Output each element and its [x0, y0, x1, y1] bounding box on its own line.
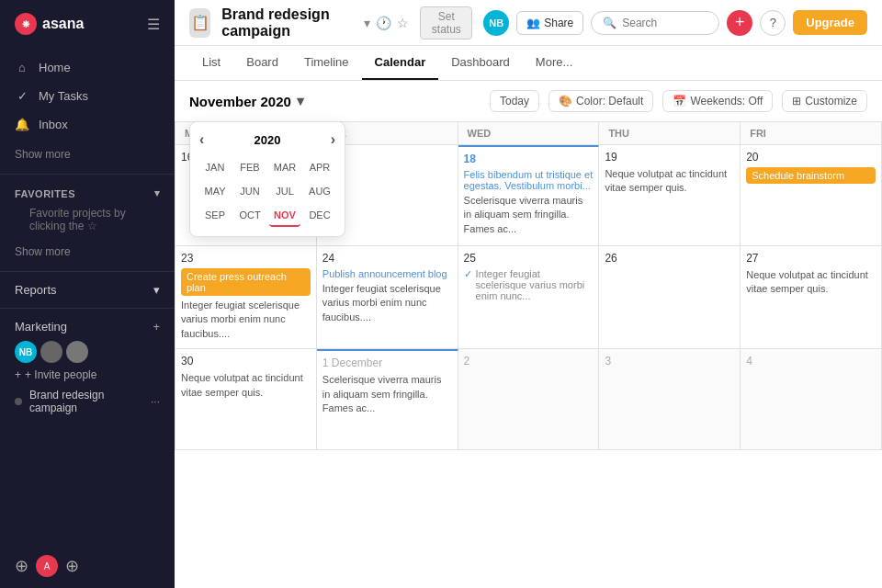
cal-cell-dec1[interactable]: 1 December Scelerisque viverra mauris in…: [317, 349, 458, 450]
cal-cell-20[interactable]: 20 Schedule brainstorm: [741, 145, 882, 246]
month-nov[interactable]: NOV: [269, 205, 300, 227]
set-status-button[interactable]: Set status: [420, 6, 472, 40]
show-more-favorites[interactable]: Show more: [0, 242, 175, 267]
cal-event-20-1[interactable]: Schedule brainstorm: [746, 167, 876, 184]
month-sep[interactable]: SEP: [199, 205, 231, 227]
reports-label: Reports: [15, 283, 57, 297]
sidebar-item-home[interactable]: ⌂ Home: [0, 53, 175, 82]
month-dec[interactable]: DEC: [304, 205, 335, 227]
avatar-bottom[interactable]: A: [36, 555, 58, 577]
cal-cell-30[interactable]: 30 Neque volutpat ac tincidunt vitae sem…: [175, 349, 317, 450]
cal-cell-dec3[interactable]: 3: [599, 349, 741, 450]
asana-logo-text: asana: [42, 16, 84, 32]
topbar-right: NB 👥 Share 🔍 + ? Upgrade: [483, 10, 867, 36]
prev-year-icon[interactable]: ‹: [199, 131, 204, 148]
tab-timeline[interactable]: Timeline: [291, 46, 362, 80]
month-apr[interactable]: APR: [304, 157, 335, 177]
tab-calendar[interactable]: Calendar: [362, 46, 439, 80]
reports-section[interactable]: Reports ▾: [0, 276, 175, 304]
month-aug[interactable]: AUG: [304, 181, 335, 201]
cal-cell-dec4[interactable]: 4: [741, 349, 882, 450]
cal-cell-25[interactable]: 25 ✓ Integer feugiat scelerisque varius …: [458, 246, 600, 349]
cal-date-30: 30: [181, 355, 311, 368]
home-icon: ⌂: [15, 61, 29, 74]
share-button[interactable]: 👥 Share: [516, 11, 583, 35]
cal-text-19-1: Neque volutpat ac tincidunt vitae semper…: [605, 167, 734, 196]
tab-more[interactable]: More...: [523, 46, 585, 80]
today-button[interactable]: Today: [490, 90, 539, 112]
month-feb[interactable]: FEB: [234, 157, 266, 177]
month-jun[interactable]: JUN: [234, 181, 266, 201]
cal-cell-26[interactable]: 26: [599, 246, 741, 349]
cal-date-23: 23: [181, 252, 311, 265]
weekends-button[interactable]: 📅 Weekends: Off: [662, 90, 773, 112]
add-marketing-icon[interactable]: +: [153, 320, 160, 334]
sidebar-item-inbox[interactable]: 🔔 Inbox: [0, 110, 175, 139]
main-content: 📋 Brand redesign campaign ▾ 🕐 ☆ Set stat…: [175, 0, 882, 588]
month-mar[interactable]: MAR: [269, 157, 300, 177]
asana-logo[interactable]: ❋ asana: [15, 13, 84, 35]
month-picker-header: ‹ 2020 ›: [199, 131, 335, 148]
user-avatar: NB: [483, 10, 509, 36]
invite-people-button[interactable]: + + Invite people: [15, 368, 160, 381]
help-button[interactable]: ?: [760, 10, 786, 36]
month-label: November 2020: [189, 94, 291, 109]
tab-dashboard[interactable]: Dashboard: [438, 46, 523, 80]
check-icon: ✓: [15, 89, 29, 103]
customize-button[interactable]: ⊞ Customize: [782, 90, 867, 112]
star-icon[interactable]: ☆: [397, 16, 409, 30]
customize-label: Customize: [805, 95, 857, 107]
cal-cell-18[interactable]: 18 Felis bibendum ut tristique et egesta…: [458, 145, 600, 246]
month-selector[interactable]: November 2020 ▾: [189, 93, 304, 109]
sidebar-bottom: ⊕ A ⊕: [0, 544, 175, 588]
cal-event-23-1[interactable]: Create press outreach plan: [181, 268, 311, 296]
cal-cell-24[interactable]: 24 Publish announcement blog Integer feu…: [317, 246, 458, 349]
sidebar-item-my-tasks-label: My Tasks: [39, 89, 88, 103]
day-header-wed: Wed: [458, 122, 600, 145]
project-more-icon[interactable]: ···: [151, 395, 160, 408]
add-button[interactable]: +: [727, 10, 752, 36]
month-oct[interactable]: OCT: [234, 205, 266, 227]
project-icon: 📋: [189, 8, 210, 38]
add-bottom-icon[interactable]: ⊕: [15, 556, 28, 576]
project-item-brand[interactable]: Brand redesign campaign ···: [15, 385, 160, 418]
day-header-thu: Thu: [599, 122, 741, 145]
search-box[interactable]: 🔍: [591, 11, 719, 35]
cal-date-26: 26: [605, 252, 734, 265]
color-button[interactable]: 🎨 Color: Default: [548, 90, 653, 112]
topbar: 📋 Brand redesign campaign ▾ 🕐 ☆ Set stat…: [175, 0, 882, 46]
clock-icon[interactable]: 🕐: [376, 16, 391, 30]
sidebar-item-home-label: Home: [39, 61, 71, 74]
month-jan[interactable]: JAN: [199, 157, 231, 177]
sidebar: ❋ asana ☰ ⌂ Home ✓ My Tasks 🔔 Inbox Show…: [0, 0, 175, 588]
cal-date-20: 20: [746, 151, 876, 164]
sidebar-item-my-tasks[interactable]: ✓ My Tasks: [0, 82, 175, 110]
month-jul[interactable]: JUL: [269, 181, 300, 201]
cal-event-24-1[interactable]: Publish announcement blog: [322, 268, 452, 279]
favorites-header: Favorites ▾: [15, 187, 160, 199]
hamburger-menu-icon[interactable]: ☰: [147, 16, 160, 33]
share-label: Share: [544, 17, 573, 29]
show-more-nav[interactable]: Show more: [0, 144, 175, 170]
tab-board[interactable]: Board: [233, 46, 291, 80]
cal-cell-19[interactable]: 19 Neque volutpat ac tincidunt vitae sem…: [599, 145, 741, 246]
tab-list[interactable]: List: [189, 46, 233, 80]
cal-date-dec3: 3: [605, 355, 734, 368]
cal-event-18-1[interactable]: Felis bibendum ut tristique et egestas. …: [464, 169, 594, 191]
month-may[interactable]: MAY: [199, 181, 231, 201]
chevron-down-icon[interactable]: ▾: [364, 16, 370, 30]
cal-date-27: 27: [746, 252, 876, 265]
add-bottom-2-icon[interactable]: ⊕: [65, 556, 79, 576]
favorites-collapse-icon[interactable]: ▾: [154, 187, 161, 199]
reports-chevron-icon: ▾: [153, 283, 160, 297]
marketing-label: Marketing: [15, 320, 67, 334]
cal-cell-dec2[interactable]: 2: [458, 349, 600, 450]
search-input[interactable]: [622, 17, 707, 29]
avatar-2: [40, 341, 62, 363]
cal-cell-27[interactable]: 27 Neque volutpat ac tincidunt vitae sem…: [741, 246, 882, 349]
upgrade-button[interactable]: Upgrade: [793, 10, 867, 35]
next-year-icon[interactable]: ›: [331, 131, 335, 148]
check-mark-icon: ✓: [464, 268, 472, 280]
grid-icon: ⊞: [792, 95, 801, 107]
cal-cell-23[interactable]: 23 Create press outreach plan Integer fe…: [175, 246, 317, 349]
